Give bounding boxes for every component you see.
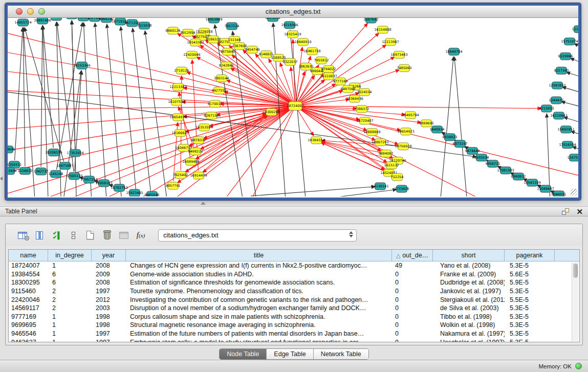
network-node[interactable]: 16053809	[205, 18, 222, 23]
network-node[interactable]: 20364436	[346, 95, 363, 102]
column-header-in_degree[interactable]: in_degree	[48, 250, 92, 261]
network-node[interactable]: 9170017	[208, 100, 223, 107]
cell-pagerank[interactable]: 5.3E-5	[505, 288, 555, 295]
cell-in_degree[interactable]: 2	[48, 296, 92, 303]
network-edge[interactable]	[57, 23, 83, 169]
network-edge[interactable]	[571, 58, 578, 68]
cell-in_degree[interactable]: 2	[48, 304, 92, 312]
network-node[interactable]: 6497568	[341, 85, 356, 93]
network-edge[interactable]	[8, 69, 291, 105]
network-edge[interactable]	[562, 102, 578, 110]
column-header-out_de[interactable]: △out_de…	[392, 250, 433, 261]
network-node[interactable]: 8267150	[204, 112, 219, 119]
network-node-hub[interactable]: 18724007	[287, 102, 303, 111]
table-row[interactable]: 1938455462009Genome-wide association stu…	[9, 270, 579, 279]
network-node[interactable]: 2087682	[364, 18, 379, 23]
network-node[interactable]: 7515038	[137, 22, 152, 29]
network-node[interactable]: 9899695	[419, 120, 434, 127]
minimize-window-button[interactable]	[27, 8, 34, 15]
cell-year[interactable]: 2012	[92, 296, 126, 303]
cell-short[interactable]: Dudbridge et al. (2008)	[433, 279, 505, 286]
table-row[interactable]: 1456911722003Disruption of a novel membe…	[9, 304, 579, 313]
cell-pagerank[interactable]: 5.5E-5	[505, 296, 555, 303]
network-node[interactable]: 10688609	[363, 128, 380, 136]
cell-year[interactable]: 2009	[92, 271, 126, 278]
cell-short[interactable]: Franke et al. (2009)	[433, 271, 505, 278]
network-node[interactable]: 1156833	[18, 167, 33, 174]
column-header-year[interactable]: year	[92, 250, 126, 261]
network-node[interactable]: 15692951	[557, 126, 574, 133]
tab-node-table[interactable]: Node Table	[220, 349, 267, 359]
cell-year[interactable]: 2008	[92, 262, 126, 269]
network-window-titlebar[interactable]: citations_edges.txt	[8, 6, 578, 18]
scrollbar-thumb[interactable]	[573, 264, 578, 278]
network-node[interactable]: 7857224	[225, 23, 239, 30]
network-node[interactable]: 8912954	[181, 29, 195, 36]
network-node[interactable]: 3913494	[8, 167, 16, 174]
network-node[interactable]: 10958107	[95, 180, 112, 187]
cell-pagerank[interactable]: 5.9E-5	[505, 279, 555, 286]
network-node[interactable]: 19654923	[397, 128, 414, 135]
network-canvas[interactable]: 1872400718300295193845548660124891295415…	[8, 18, 578, 196]
network-node[interactable]: 17081503	[497, 167, 514, 174]
table-options-icon[interactable]	[16, 229, 29, 242]
network-node[interactable]: 9684067	[379, 150, 394, 157]
network-edge[interactable]	[338, 189, 396, 196]
cell-name[interactable]: 19384554	[9, 271, 48, 278]
network-node[interactable]: 8660124	[166, 27, 181, 34]
network-edge[interactable]	[573, 147, 578, 155]
network-node[interactable]: 19218506	[281, 21, 298, 29]
cell-title[interactable]: Estimation of significance thresholds fo…	[126, 279, 392, 286]
network-node[interactable]: 9427552	[212, 87, 227, 94]
network-node[interactable]: 16543382	[187, 39, 204, 46]
network-node[interactable]: 1145194	[49, 170, 63, 178]
cell-short[interactable]: Jankovic et al. (1997)	[433, 288, 505, 295]
cell-name[interactable]: 18300295	[9, 279, 48, 286]
table-row[interactable]: 977716911998Corpus callosum shape and si…	[9, 313, 579, 321]
cell-pagerank[interactable]: 5.6E-5	[505, 271, 555, 278]
cell-out_de[interactable]: 0	[392, 271, 433, 278]
network-node[interactable]: 7386372	[355, 105, 369, 113]
cell-title[interactable]: Corpus callosum shape and size in male p…	[126, 313, 392, 320]
network-node[interactable]: 18495794	[402, 112, 419, 119]
cell-out_de[interactable]: 0	[392, 330, 433, 337]
network-node[interactable]: 9329966	[558, 53, 573, 60]
table-row[interactable]: 911546021997Tourette syndrome. Phenomeno…	[9, 287, 579, 296]
table-row[interactable]: 946554611997Estimation of the future num…	[9, 330, 579, 338]
network-node[interactable]: 8215953	[539, 105, 554, 112]
network-node[interactable]: 1733426	[395, 185, 409, 192]
table-row[interactable]: 2242004622012Investigating the contribut…	[9, 295, 579, 304]
network-node[interactable]: 16914479	[190, 172, 207, 179]
cell-in_degree[interactable]: 6	[48, 271, 92, 278]
network-node[interactable]: 12213383	[169, 83, 186, 91]
cell-title[interactable]: Investigating the contribution of common…	[126, 296, 392, 303]
table-row[interactable]: 969969511998Structural magnetic resonanc…	[9, 321, 579, 330]
cell-pagerank[interactable]: 5.3E-5	[505, 262, 555, 269]
network-node[interactable]: 8322037	[283, 58, 298, 65]
network-node[interactable]: 14136141	[372, 183, 388, 190]
network-graph[interactable]: 1872400718300295193845548660124891295415…	[8, 18, 578, 196]
network-node[interactable]: 7485063	[397, 64, 412, 72]
cell-short[interactable]: de Silva et al. (2003)	[433, 304, 505, 312]
cell-year[interactable]: 1997	[92, 330, 126, 337]
splitter-handle-icon[interactable]	[201, 202, 206, 205]
column-header-pagerank[interactable]: pagerank	[505, 250, 555, 261]
network-edge[interactable]	[575, 44, 578, 53]
cell-pagerank[interactable]: 5.3E-5	[505, 330, 555, 337]
cell-out_de[interactable]: 0	[392, 313, 433, 320]
cell-pagerank[interactable]: 5.3E-5	[505, 313, 555, 320]
network-node[interactable]: 20153346	[73, 62, 90, 69]
network-node[interactable]: 15923445	[126, 189, 143, 196]
network-node[interactable]: 7625402	[173, 171, 188, 179]
cell-year[interactable]: 1997	[92, 288, 126, 295]
cell-pagerank[interactable]: 5.3E-5	[505, 304, 555, 312]
create-column-icon[interactable]	[83, 229, 97, 242]
network-edge[interactable]	[571, 132, 578, 139]
cell-in_degree[interactable]: 1	[48, 321, 92, 329]
select-rows-icon[interactable]: ✔▮✔▮	[50, 229, 63, 242]
network-node[interactable]: 9857791	[166, 182, 181, 189]
network-node[interactable]: 9227343	[554, 67, 569, 74]
show-columns-icon[interactable]	[33, 229, 46, 242]
network-edge[interactable]	[8, 28, 291, 105]
network-node[interactable]: 16154808	[374, 26, 391, 33]
